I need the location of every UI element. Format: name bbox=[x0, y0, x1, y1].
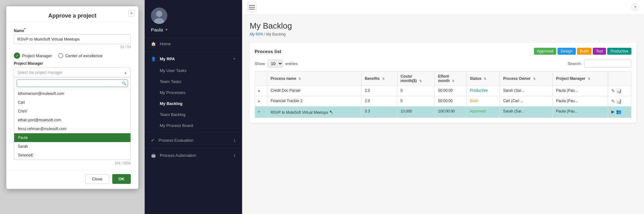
checkmark-icon: ✓ bbox=[14, 52, 20, 59]
person-icon: 👤 bbox=[151, 57, 156, 61]
badge-approved[interactable]: Approved bbox=[534, 48, 556, 55]
dropdown-item-bthomerson[interactable]: bthomerson@mulesoft.com bbox=[14, 89, 130, 98]
cell-manager-2: Paula (Pau... bbox=[553, 96, 608, 107]
hamburger-line-1 bbox=[249, 5, 255, 6]
my-rpa-left: 👤 My RPA bbox=[151, 57, 175, 61]
dropdown-item-ethan[interactable]: ethan.port@mulesoft.com bbox=[14, 116, 130, 124]
breadcrumb-root[interactable]: My RPA bbox=[250, 32, 263, 36]
name-input[interactable] bbox=[14, 34, 131, 44]
card-header: Process list Approved Design Build Test … bbox=[255, 48, 631, 55]
pm-select-wrapper: Select the project manager ▲ 🔍 bthomerso… bbox=[14, 68, 131, 160]
cell-manager-1: Paula (Pau... bbox=[553, 86, 608, 96]
sidebar-section-my-rpa[interactable]: 👤 My RPA ▼ bbox=[145, 53, 242, 65]
sort-effort-icon: ⇅ bbox=[452, 79, 454, 83]
nav-divider-3 bbox=[145, 148, 242, 148]
sidebar-item-team-tasks[interactable]: Team Tasks bbox=[145, 76, 242, 87]
cell-status-2: Build bbox=[467, 96, 500, 107]
status-badge-approved: Approved bbox=[470, 109, 486, 113]
play-icon-3[interactable]: ▶ bbox=[611, 109, 615, 114]
modal-backdrop: Approve a project ✕ Name* 32 / 50 ✓ Proj… bbox=[0, 0, 145, 214]
table-row: ▶ Credit Doc Parser 2.0 0 00:00:00 Produ… bbox=[255, 86, 631, 96]
row-expand-1[interactable]: ▶ bbox=[258, 89, 261, 92]
col-costs[interactable]: Costs/month($) ⇅ bbox=[397, 72, 435, 86]
modal-header: Approve a project ✕ bbox=[6, 6, 138, 23]
sidebar-item-team-backlog[interactable]: Team Backlog bbox=[145, 109, 242, 120]
group-icon-3[interactable]: 👥 bbox=[616, 109, 621, 114]
col-benefits[interactable]: Benefits ⇅ bbox=[362, 72, 397, 86]
hamburger-button[interactable] bbox=[247, 3, 257, 12]
process-list-card: Process list Approved Design Build Test … bbox=[250, 43, 636, 123]
cell-benefits-3: 3.3 bbox=[362, 107, 397, 118]
modal-footer: Close OK bbox=[6, 170, 138, 189]
close-icon[interactable]: ✕ bbox=[128, 10, 135, 16]
dropdown-item-paula[interactable]: Paula bbox=[14, 133, 130, 142]
col-status[interactable]: Status ⇅ bbox=[467, 72, 500, 86]
name-label: Name* bbox=[14, 28, 131, 33]
help-icon[interactable]: ? bbox=[631, 3, 639, 11]
home-label: Home bbox=[160, 41, 171, 46]
table-row-highlighted: ▶ RSVP to MuleSoft Virtual Meetups ↖ 3.3… bbox=[255, 107, 631, 118]
cell-owner-3: Sarah (Sar... bbox=[500, 107, 552, 118]
breadcrumb-current: My Backlog bbox=[266, 32, 286, 36]
row-expand-3[interactable]: ▶ bbox=[258, 110, 261, 113]
radio-unchecked-icon bbox=[58, 53, 63, 58]
col-process-name[interactable]: Process name ⇅ bbox=[267, 72, 362, 86]
chart-icon-1[interactable]: 📊 bbox=[616, 88, 622, 93]
edit-icon-2[interactable]: ✎ bbox=[611, 99, 615, 104]
dropdown-item-feroz[interactable]: feroz.rehman@mulesoft.com bbox=[14, 124, 130, 133]
robot-icon: 🤖 bbox=[151, 153, 156, 158]
sidebar-item-my-processes[interactable]: My Processes bbox=[145, 87, 242, 98]
sidebar-item-my-process-board[interactable]: My Process Board bbox=[145, 120, 242, 131]
cell-costs-3: 10,000 bbox=[397, 107, 435, 118]
edit-icon-1[interactable]: ✎ bbox=[611, 88, 615, 93]
pm-select-box[interactable]: Select the project manager ▲ bbox=[14, 68, 131, 78]
dropdown-item-simonee[interactable]: SimoneE bbox=[14, 151, 130, 160]
close-button[interactable]: Close bbox=[85, 174, 109, 184]
col-manager[interactable]: Project Manager ⇅ bbox=[553, 72, 608, 86]
search-input[interactable] bbox=[17, 80, 128, 87]
svg-point-1 bbox=[156, 11, 162, 17]
sidebar-section-process-evaluation[interactable]: ✔ Process Evaluation ❮ bbox=[145, 134, 242, 146]
cell-costs-1: 0 bbox=[397, 86, 435, 96]
radio-coe[interactable]: Center of excellence bbox=[58, 53, 103, 58]
chart-icon-2[interactable]: 📊 bbox=[616, 99, 622, 104]
sidebar-item-home[interactable]: 🏠 Home bbox=[145, 38, 242, 50]
process-auto-label: Process Automation bbox=[160, 153, 196, 158]
table-row: ▶ Financial Tracker 2 2.0 0 00:00:00 Bui… bbox=[255, 96, 631, 107]
sidebar-item-my-user-tasks[interactable]: My User Tasks bbox=[145, 65, 242, 76]
process-list-title: Process list bbox=[255, 49, 281, 54]
badge-design[interactable]: Design bbox=[558, 48, 575, 55]
user-name-display[interactable]: Paula ▼ bbox=[151, 27, 236, 32]
sort-status-icon: ⇅ bbox=[484, 77, 486, 80]
table-header: Process name ⇅ Benefits ⇅ Costs/month($)… bbox=[255, 72, 631, 86]
avatar bbox=[151, 8, 167, 24]
chevron-right-auto-icon: ❮ bbox=[233, 154, 236, 157]
approve-project-modal: Approve a project ✕ Name* 32 / 50 ✓ Proj… bbox=[6, 6, 138, 189]
main-panel: ? My Backlog My RPA / My Backlog Process… bbox=[242, 0, 644, 214]
cell-status-1: Productive bbox=[467, 86, 500, 96]
radio-project-manager[interactable]: ✓ Project Manager bbox=[14, 52, 52, 59]
sidebar-item-my-backlog[interactable]: My Backlog bbox=[145, 98, 242, 109]
modal-body: Name* 32 / 50 ✓ Project Manager Center o… bbox=[6, 23, 138, 170]
process-eval-label: Process Evaluation bbox=[158, 138, 193, 143]
row-expand-2[interactable]: ▶ bbox=[258, 99, 261, 103]
cell-costs-2: 0 bbox=[397, 96, 435, 107]
dropdown-item-crisv[interactable]: CrisV bbox=[14, 107, 130, 116]
table-search-input[interactable] bbox=[584, 60, 631, 68]
col-effort[interactable]: Effort/month ⇅ bbox=[435, 72, 467, 86]
ok-button[interactable]: OK bbox=[112, 174, 131, 184]
nav-divider-2 bbox=[145, 132, 242, 133]
chevron-down-icon: ▼ bbox=[233, 57, 236, 61]
badge-test[interactable]: Test bbox=[593, 48, 606, 55]
col-owner[interactable]: Process Owner ⇅ bbox=[500, 72, 552, 86]
dropdown-item-sarah[interactable]: Sarah bbox=[14, 142, 130, 151]
dropdown-item-carl[interactable]: Carl bbox=[14, 98, 130, 107]
sidebar-section-process-automation[interactable]: 🤖 Process Automation ❮ bbox=[145, 149, 242, 162]
cell-owner-1: Sarah (Sar... bbox=[500, 86, 552, 96]
entries-select[interactable]: 10 25 50 bbox=[268, 60, 283, 68]
sidebar-navigation: 🏠 Home 👤 My RPA ▼ My User Tasks Team Tas… bbox=[145, 38, 242, 214]
chevron-right-eval-icon: ❮ bbox=[233, 139, 236, 142]
sidebar: Paula ▼ 🏠 Home 👤 My RPA ▼ My User Tasks … bbox=[145, 0, 242, 214]
badge-productive[interactable]: Productive bbox=[607, 48, 631, 55]
badge-build[interactable]: Build bbox=[577, 48, 592, 55]
